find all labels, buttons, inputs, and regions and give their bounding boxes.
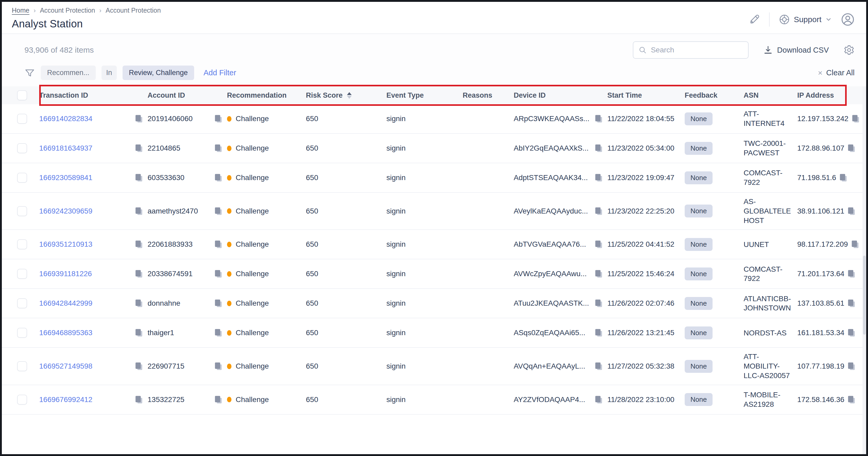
copy-icon[interactable] [214, 173, 223, 183]
copy-icon[interactable] [134, 206, 143, 216]
column-header-device-id[interactable]: Device ID [514, 91, 607, 99]
copy-icon[interactable] [847, 143, 856, 153]
row-checkbox[interactable] [17, 173, 27, 183]
search-box[interactable] [633, 41, 749, 59]
row-checkbox[interactable] [17, 269, 27, 279]
copy-icon[interactable] [594, 143, 603, 153]
copy-icon[interactable] [134, 143, 143, 153]
column-header-start-time[interactable]: Start Time [607, 91, 685, 99]
avatar[interactable] [841, 12, 855, 26]
row-checkbox[interactable] [17, 298, 27, 308]
copy-icon[interactable] [847, 269, 856, 279]
copy-icon[interactable] [214, 269, 223, 279]
transaction-id-link[interactable]: 1669351210913 [39, 240, 92, 249]
transaction-id-link[interactable]: 1669527149598 [39, 362, 92, 370]
copy-icon[interactable] [847, 298, 856, 308]
column-header-reasons[interactable]: Reasons [463, 91, 514, 99]
copy-icon[interactable] [134, 269, 143, 279]
column-header-risk-score[interactable]: Risk Score [306, 91, 386, 99]
transaction-id-link[interactable]: 1669676992412 [39, 395, 92, 404]
copy-icon[interactable] [134, 298, 143, 308]
copy-icon[interactable] [594, 269, 603, 279]
copy-icon[interactable] [134, 239, 143, 249]
copy-icon[interactable] [594, 395, 603, 405]
scrollbar[interactable] [863, 86, 866, 454]
row-checkbox[interactable] [17, 239, 27, 249]
support-menu[interactable]: Support [779, 14, 832, 25]
transaction-id-link[interactable]: 1669181634937 [39, 144, 92, 152]
row-checkbox[interactable] [17, 143, 27, 153]
transaction-id-link[interactable]: 1669230589841 [39, 173, 92, 182]
column-header-event-type[interactable]: Event Type [386, 91, 463, 99]
search-input[interactable] [651, 46, 743, 54]
copy-icon[interactable] [214, 143, 223, 153]
copy-icon[interactable] [214, 206, 223, 216]
row-checkbox[interactable] [17, 395, 27, 405]
copy-icon[interactable] [214, 361, 223, 371]
transaction-id-link[interactable]: 1669391181226 [39, 269, 92, 278]
row-checkbox[interactable] [17, 328, 27, 338]
transaction-id-link[interactable]: 1669140282834 [39, 115, 92, 123]
row-checkbox[interactable] [17, 361, 27, 371]
column-header-account-id[interactable]: Account ID [148, 91, 227, 99]
column-header-ip-address[interactable]: IP Address [797, 91, 866, 99]
transaction-id-link[interactable]: 1669242309659 [39, 207, 92, 216]
copy-icon[interactable] [847, 328, 856, 338]
table-row[interactable]: 1669230589841 603533630 Challenge 650 si… [2, 163, 866, 193]
start-time-value: 11/25/2022 15:46:24 [607, 269, 685, 278]
transaction-id-link[interactable]: 1669428442999 [39, 299, 92, 308]
table-row[interactable]: 1669676992412 135322725 Challenge 650 si… [2, 385, 866, 415]
copy-icon[interactable] [850, 239, 860, 249]
edit-pen-icon[interactable] [749, 14, 760, 25]
breadcrumb-item-home[interactable]: Home [12, 7, 29, 14]
column-header-recommendation[interactable]: Recommendation [227, 91, 306, 99]
table-row[interactable]: 1669468895363 thaiger1 Challenge 650 sig… [2, 318, 866, 348]
copy-icon[interactable] [134, 361, 143, 371]
copy-icon[interactable] [594, 206, 603, 216]
copy-icon[interactable] [594, 239, 603, 249]
transaction-id-link[interactable]: 1669468895363 [39, 329, 92, 337]
select-all-checkbox[interactable] [17, 90, 27, 100]
copy-icon[interactable] [214, 298, 223, 308]
copy-icon[interactable] [594, 173, 603, 183]
table-row[interactable]: 1669428442999 donnahne Challenge 650 sig… [2, 289, 866, 318]
row-checkbox[interactable] [17, 114, 27, 124]
filter-chip-field[interactable]: Recommen... [41, 65, 96, 80]
copy-icon[interactable] [851, 114, 860, 124]
copy-icon[interactable] [134, 395, 143, 405]
copy-icon[interactable] [134, 328, 143, 338]
scrollbar-thumb[interactable] [863, 256, 866, 335]
table-row[interactable]: 1669391181226 20338674591 Challenge 650 … [2, 259, 866, 289]
copy-icon[interactable] [594, 328, 603, 338]
copy-icon[interactable] [214, 114, 223, 124]
column-header-asn[interactable]: ASN [744, 91, 797, 99]
table-row[interactable]: 1669140282834 20191406060 Challenge 650 … [2, 104, 866, 134]
copy-icon[interactable] [847, 395, 856, 405]
copy-icon[interactable] [594, 361, 603, 371]
table-row[interactable]: 1669351210913 22061883933 Challenge 650 … [2, 230, 866, 259]
copy-icon[interactable] [839, 173, 848, 183]
column-header-feedback[interactable]: Feedback [685, 91, 744, 99]
copy-icon[interactable] [214, 328, 223, 338]
sort-ascending-icon[interactable] [347, 92, 352, 99]
copy-icon[interactable] [594, 298, 603, 308]
copy-icon[interactable] [214, 395, 223, 405]
row-checkbox[interactable] [17, 206, 27, 216]
download-csv-button[interactable]: Download CSV [763, 45, 829, 55]
table-row[interactable]: 1669527149598 226907715 Challenge 650 si… [2, 348, 866, 385]
copy-icon[interactable] [847, 206, 856, 216]
table-row[interactable]: 1669242309659 aamethyst2470 Challenge 65… [2, 193, 866, 230]
table-row[interactable]: 1669181634937 22104865 Challenge 650 sig… [2, 134, 866, 163]
copy-icon[interactable] [134, 114, 143, 124]
copy-icon[interactable] [214, 239, 223, 249]
filter-chip-operator[interactable]: In [101, 65, 117, 80]
copy-icon[interactable] [594, 114, 603, 124]
filter-chip-value[interactable]: Review, Challenge [123, 65, 194, 80]
breadcrumb-item-account-protection[interactable]: Account Protection [40, 7, 95, 14]
add-filter-button[interactable]: Add Filter [204, 68, 236, 77]
copy-icon[interactable] [134, 173, 143, 183]
column-header-transaction-id[interactable]: Transaction ID [39, 91, 148, 99]
settings-gear-icon[interactable] [843, 45, 855, 56]
clear-all-button[interactable]: × Clear All [818, 68, 855, 77]
copy-icon[interactable] [847, 361, 856, 371]
